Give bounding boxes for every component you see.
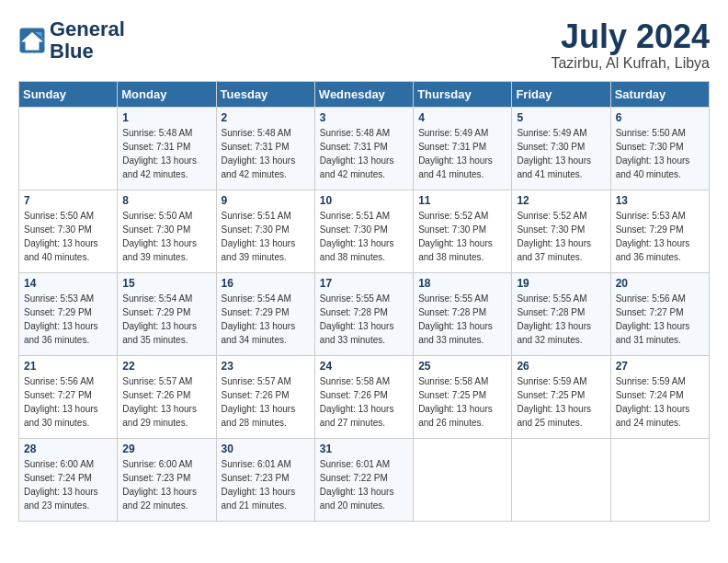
day-info: Sunrise: 5:57 AM Sunset: 7:26 PM Dayligh… <box>122 374 210 430</box>
calendar-cell: 11Sunrise: 5:52 AM Sunset: 7:30 PM Dayli… <box>414 190 512 272</box>
header-day-tuesday: Tuesday <box>216 81 314 107</box>
calendar-cell: 9Sunrise: 5:51 AM Sunset: 7:30 PM Daylig… <box>216 190 314 272</box>
calendar-week-4: 21Sunrise: 5:56 AM Sunset: 7:27 PM Dayli… <box>19 355 710 438</box>
calendar-cell: 27Sunrise: 5:59 AM Sunset: 7:24 PM Dayli… <box>610 355 709 438</box>
calendar-week-3: 14Sunrise: 5:53 AM Sunset: 7:29 PM Dayli… <box>19 272 710 355</box>
day-info: Sunrise: 5:50 AM Sunset: 7:30 PM Dayligh… <box>122 209 210 264</box>
header-row: SundayMondayTuesdayWednesdayThursdayFrid… <box>19 81 710 107</box>
calendar-cell <box>19 107 118 190</box>
day-info: Sunrise: 5:50 AM Sunset: 7:30 PM Dayligh… <box>616 126 704 181</box>
calendar-cell: 4Sunrise: 5:49 AM Sunset: 7:31 PM Daylig… <box>414 107 512 190</box>
logo-line1: General <box>50 18 125 40</box>
day-info: Sunrise: 5:48 AM Sunset: 7:31 PM Dayligh… <box>122 126 210 181</box>
day-info: Sunrise: 6:00 AM Sunset: 7:24 PM Dayligh… <box>24 457 112 512</box>
day-number: 24 <box>320 360 408 373</box>
calendar-cell: 25Sunrise: 5:58 AM Sunset: 7:25 PM Dayli… <box>414 355 512 438</box>
day-info: Sunrise: 5:52 AM Sunset: 7:30 PM Dayligh… <box>517 209 605 264</box>
calendar-cell: 23Sunrise: 5:57 AM Sunset: 7:26 PM Dayli… <box>216 355 314 438</box>
day-info: Sunrise: 6:00 AM Sunset: 7:23 PM Dayligh… <box>122 457 210 512</box>
day-number: 20 <box>616 277 704 290</box>
calendar-cell: 19Sunrise: 5:55 AM Sunset: 7:28 PM Dayli… <box>512 272 610 355</box>
calendar-cell: 22Sunrise: 5:57 AM Sunset: 7:26 PM Dayli… <box>118 355 216 438</box>
calendar-cell: 10Sunrise: 5:51 AM Sunset: 7:30 PM Dayli… <box>314 190 413 272</box>
day-number: 25 <box>418 360 506 373</box>
day-number: 31 <box>320 442 408 455</box>
calendar-cell: 12Sunrise: 5:52 AM Sunset: 7:30 PM Dayli… <box>512 190 610 272</box>
calendar-cell: 28Sunrise: 6:00 AM Sunset: 7:24 PM Dayli… <box>19 438 118 521</box>
logo-icon <box>18 27 46 54</box>
calendar-week-5: 28Sunrise: 6:00 AM Sunset: 7:24 PM Dayli… <box>19 438 710 521</box>
calendar-cell: 16Sunrise: 5:54 AM Sunset: 7:29 PM Dayli… <box>216 272 314 355</box>
day-number: 12 <box>517 194 605 207</box>
day-number: 9 <box>222 194 310 207</box>
calendar-body: 1Sunrise: 5:48 AM Sunset: 7:31 PM Daylig… <box>19 107 710 521</box>
day-info: Sunrise: 5:57 AM Sunset: 7:26 PM Dayligh… <box>222 374 310 430</box>
calendar-cell: 13Sunrise: 5:53 AM Sunset: 7:29 PM Dayli… <box>610 190 709 272</box>
calendar-cell: 6Sunrise: 5:50 AM Sunset: 7:30 PM Daylig… <box>610 107 709 190</box>
day-number: 7 <box>24 194 112 207</box>
calendar-cell: 8Sunrise: 5:50 AM Sunset: 7:30 PM Daylig… <box>118 190 216 272</box>
logo-text: General Blue <box>50 18 125 63</box>
day-number: 1 <box>122 111 210 124</box>
day-info: Sunrise: 5:49 AM Sunset: 7:30 PM Dayligh… <box>517 126 605 181</box>
day-info: Sunrise: 5:53 AM Sunset: 7:29 PM Dayligh… <box>616 209 704 264</box>
day-info: Sunrise: 6:01 AM Sunset: 7:22 PM Dayligh… <box>320 457 408 512</box>
day-number: 22 <box>122 360 210 373</box>
day-info: Sunrise: 5:48 AM Sunset: 7:31 PM Dayligh… <box>222 126 310 181</box>
day-info: Sunrise: 5:56 AM Sunset: 7:27 PM Dayligh… <box>24 374 112 430</box>
calendar-cell: 2Sunrise: 5:48 AM Sunset: 7:31 PM Daylig… <box>216 107 314 190</box>
header-day-saturday: Saturday <box>610 81 709 107</box>
logo: General Blue <box>18 18 125 63</box>
location: Tazirbu, Al Kufrah, Libya <box>551 55 710 72</box>
calendar-table: SundayMondayTuesdayWednesdayThursdayFrid… <box>18 81 710 522</box>
title-block: July 2024 Tazirbu, Al Kufrah, Libya <box>551 18 710 72</box>
day-number: 4 <box>418 111 506 124</box>
calendar-cell: 17Sunrise: 5:55 AM Sunset: 7:28 PM Dayli… <box>314 272 413 355</box>
day-number: 5 <box>517 111 605 124</box>
calendar-cell: 20Sunrise: 5:56 AM Sunset: 7:27 PM Dayli… <box>610 272 709 355</box>
calendar-week-1: 1Sunrise: 5:48 AM Sunset: 7:31 PM Daylig… <box>19 107 710 190</box>
day-info: Sunrise: 6:01 AM Sunset: 7:23 PM Dayligh… <box>222 457 310 512</box>
calendar-cell: 3Sunrise: 5:48 AM Sunset: 7:31 PM Daylig… <box>314 107 413 190</box>
day-number: 27 <box>616 360 704 373</box>
calendar-cell: 30Sunrise: 6:01 AM Sunset: 7:23 PM Dayli… <box>216 438 314 521</box>
day-number: 30 <box>222 442 310 455</box>
day-number: 17 <box>320 277 408 290</box>
day-number: 11 <box>418 194 506 207</box>
calendar-cell: 15Sunrise: 5:54 AM Sunset: 7:29 PM Dayli… <box>118 272 216 355</box>
header-day-sunday: Sunday <box>19 81 118 107</box>
calendar-week-2: 7Sunrise: 5:50 AM Sunset: 7:30 PM Daylig… <box>19 190 710 272</box>
day-number: 19 <box>517 277 605 290</box>
header-day-wednesday: Wednesday <box>314 81 413 107</box>
day-info: Sunrise: 5:48 AM Sunset: 7:31 PM Dayligh… <box>320 126 408 181</box>
day-number: 8 <box>122 194 210 207</box>
calendar-cell: 26Sunrise: 5:59 AM Sunset: 7:25 PM Dayli… <box>512 355 610 438</box>
day-number: 29 <box>122 442 210 455</box>
calendar-cell: 5Sunrise: 5:49 AM Sunset: 7:30 PM Daylig… <box>512 107 610 190</box>
header-day-monday: Monday <box>118 81 216 107</box>
calendar-header: SundayMondayTuesdayWednesdayThursdayFrid… <box>19 81 710 107</box>
day-info: Sunrise: 5:51 AM Sunset: 7:30 PM Dayligh… <box>222 209 310 264</box>
day-number: 2 <box>222 111 310 124</box>
day-info: Sunrise: 5:55 AM Sunset: 7:28 PM Dayligh… <box>517 292 605 347</box>
day-info: Sunrise: 5:59 AM Sunset: 7:24 PM Dayligh… <box>616 374 704 430</box>
day-number: 14 <box>24 277 112 290</box>
page-header: General Blue July 2024 Tazirbu, Al Kufra… <box>18 18 710 72</box>
day-info: Sunrise: 5:59 AM Sunset: 7:25 PM Dayligh… <box>517 374 605 430</box>
calendar-cell: 21Sunrise: 5:56 AM Sunset: 7:27 PM Dayli… <box>19 355 118 438</box>
day-info: Sunrise: 5:54 AM Sunset: 7:29 PM Dayligh… <box>122 292 210 347</box>
day-info: Sunrise: 5:53 AM Sunset: 7:29 PM Dayligh… <box>24 292 112 347</box>
calendar-cell: 14Sunrise: 5:53 AM Sunset: 7:29 PM Dayli… <box>19 272 118 355</box>
day-number: 15 <box>122 277 210 290</box>
calendar-cell <box>610 438 709 521</box>
day-info: Sunrise: 5:55 AM Sunset: 7:28 PM Dayligh… <box>418 292 506 347</box>
header-day-friday: Friday <box>512 81 610 107</box>
calendar-cell: 31Sunrise: 6:01 AM Sunset: 7:22 PM Dayli… <box>314 438 413 521</box>
day-info: Sunrise: 5:50 AM Sunset: 7:30 PM Dayligh… <box>24 209 112 264</box>
calendar-cell <box>414 438 512 521</box>
calendar-cell <box>512 438 610 521</box>
calendar-cell: 7Sunrise: 5:50 AM Sunset: 7:30 PM Daylig… <box>19 190 118 272</box>
calendar-cell: 29Sunrise: 6:00 AM Sunset: 7:23 PM Dayli… <box>118 438 216 521</box>
month-year: July 2024 <box>551 18 710 55</box>
day-number: 18 <box>418 277 506 290</box>
